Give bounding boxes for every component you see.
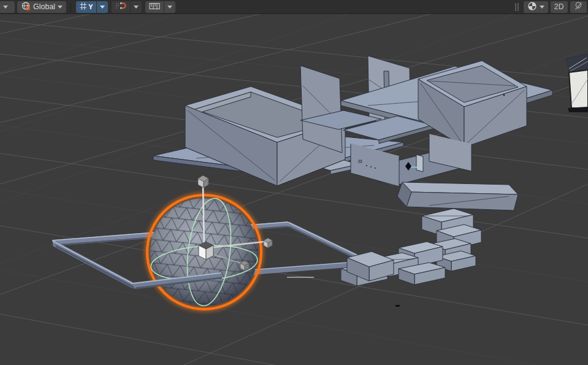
ground-marker-dash xyxy=(395,305,400,307)
grid-axis-button[interactable]: Y xyxy=(76,1,96,13)
grid-size-split-button xyxy=(145,1,175,13)
door-panel[interactable] xyxy=(416,155,423,172)
handle-orientation-button[interactable]: Global xyxy=(17,1,66,13)
grid-size-button[interactable] xyxy=(145,1,164,13)
2d-view-button[interactable]: 2D xyxy=(551,1,568,13)
chevron-down-icon xyxy=(540,6,544,9)
globe-icon xyxy=(21,1,31,13)
viewport-canvas[interactable] xyxy=(0,0,588,365)
gizmo-y-handle[interactable] xyxy=(198,175,208,188)
ruler-icon xyxy=(149,2,160,12)
overflow-dropdown-button[interactable] xyxy=(0,1,15,13)
greybox-geometry[interactable] xyxy=(52,54,588,286)
shading-mode-button[interactable] xyxy=(524,1,548,13)
gizmo-z-handle[interactable] xyxy=(240,261,249,271)
white-crate[interactable] xyxy=(567,54,588,112)
orientation-label: Global xyxy=(33,2,55,11)
gizmo-center-handle[interactable] xyxy=(199,242,213,259)
lightbulb-off-icon xyxy=(574,1,583,13)
chevron-down-icon xyxy=(100,6,105,9)
chevron-down-icon xyxy=(134,6,139,9)
chevron-down-icon xyxy=(167,6,172,9)
grid-snap-split-button: Y xyxy=(76,1,108,13)
toolbar-right-group: 2D xyxy=(514,0,588,14)
toolbar-drag-handle[interactable] xyxy=(515,3,519,11)
ruler-options-dropdown-button[interactable] xyxy=(164,1,175,13)
scene-view: Global Y xyxy=(0,0,588,365)
cyan-marker-line xyxy=(410,167,419,167)
scene-lighting-button[interactable] xyxy=(570,1,587,13)
snap-increment-button[interactable] xyxy=(112,1,130,13)
grid-axis-icon xyxy=(80,2,88,12)
toolbar-separator xyxy=(71,2,71,12)
grid-axis-label: Y xyxy=(88,3,93,10)
snap-options-dropdown-button[interactable] xyxy=(130,1,142,13)
snap-increment-split-button xyxy=(112,1,142,13)
scene-toolbar: Global Y xyxy=(0,0,588,14)
gizmo-x-handle[interactable] xyxy=(264,238,272,248)
magnet-icon xyxy=(115,1,126,12)
long-beam[interactable] xyxy=(397,182,518,210)
chevron-down-icon xyxy=(3,6,8,9)
toolbar-left-group: Global Y xyxy=(0,0,177,14)
2d-view-label: 2D xyxy=(554,2,564,11)
grid-options-dropdown-button[interactable] xyxy=(96,1,108,13)
chevron-down-icon xyxy=(58,6,63,9)
shaded-sphere-icon xyxy=(527,1,537,13)
